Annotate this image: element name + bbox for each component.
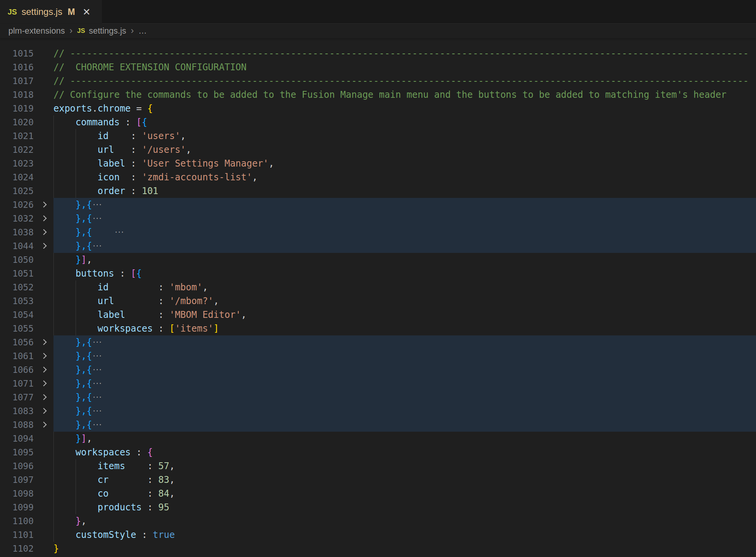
line-number: 1056 [0, 335, 34, 349]
fold-gutter [34, 500, 53, 514]
code-token: },{ [53, 378, 92, 389]
folded-ellipsis[interactable]: ··· [92, 380, 102, 387]
code-token: id [98, 282, 109, 293]
folded-ellipsis[interactable]: ··· [92, 242, 102, 250]
indent-guide [76, 473, 76, 487]
chevron-right-icon: › [131, 25, 134, 36]
fold-gutter [34, 308, 53, 322]
code-line: 1100 }, [0, 514, 756, 528]
code-token: ] [81, 433, 86, 444]
fold-gutter [34, 418, 53, 432]
code-line: 1094 }], [0, 432, 756, 445]
code-token: { [142, 117, 147, 128]
code-line: 1099 products : 95 [0, 500, 756, 514]
folded-ellipsis[interactable]: ··· [114, 228, 124, 236]
fold-chevron-icon[interactable] [40, 380, 47, 386]
indent-guide [76, 184, 76, 198]
folded-code-content: },{ ··· [53, 225, 756, 239]
fold-gutter [34, 267, 53, 280]
line-number: 1088 [0, 418, 34, 432]
tab-settings-js[interactable]: JS settings.js M ✕ [0, 0, 102, 24]
fold-chevron-icon[interactable] [40, 339, 47, 345]
fold-gutter [34, 115, 53, 129]
gutter: 1055 [0, 322, 53, 335]
fold-chevron-icon[interactable] [40, 201, 47, 207]
code-line: 1023 label : 'User Settings Manager', [0, 157, 756, 170]
breadcrumb-file[interactable]: settings.js [89, 26, 126, 36]
fold-chevron-icon[interactable] [40, 408, 47, 414]
code-token: 83 [158, 474, 170, 485]
line-number: 1051 [0, 267, 34, 280]
breadcrumb-symbol-ellipsis[interactable]: … [139, 26, 147, 36]
folded-code-content: },{··· [53, 335, 756, 349]
code-token [53, 268, 76, 279]
fold-gutter [34, 390, 53, 404]
code-token: ] [213, 323, 219, 334]
code-line: 1015// ---------------------------------… [0, 47, 756, 60]
code-line: 1055 workspaces : ['items'] [0, 322, 756, 335]
line-number: 1102 [0, 542, 34, 555]
code-token: // -------------------------------------… [53, 76, 749, 86]
code-line: 1044 },{··· [0, 239, 756, 253]
folded-ellipsis[interactable]: ··· [92, 421, 102, 429]
breadcrumb-folder[interactable]: plm-extensions [8, 26, 65, 36]
folded-ellipsis[interactable]: ··· [92, 201, 102, 209]
gutter: 1066 [0, 363, 53, 377]
breadcrumb: plm-extensions › JS settings.js › … [0, 24, 756, 38]
code-token: id [98, 131, 109, 141]
code-token: : [131, 447, 147, 458]
fold-chevron-icon[interactable] [40, 243, 47, 249]
code-token: co [98, 488, 109, 499]
close-icon[interactable]: ✕ [82, 7, 90, 17]
line-number: 1094 [0, 432, 34, 445]
fold-chevron-icon[interactable] [40, 353, 47, 359]
indent-guide [76, 143, 76, 157]
code-line: 1032 },{··· [0, 212, 756, 225]
code-token: 95 [158, 502, 170, 513]
code-line: 1095 workspaces : { [0, 445, 756, 459]
folded-code-content: },{··· [53, 239, 756, 253]
fold-chevron-icon[interactable] [40, 421, 47, 427]
git-modified-badge: M [68, 7, 75, 17]
code-line: 1053 url : '/mbom?', [0, 294, 756, 308]
code-editor[interactable]: 1015// ---------------------------------… [0, 38, 756, 555]
fold-gutter [34, 239, 53, 253]
code-token: 'items' [175, 323, 213, 334]
folded-ellipsis[interactable]: ··· [92, 338, 102, 346]
line-number: 1096 [0, 459, 34, 473]
code-token: workspaces [98, 323, 153, 334]
fold-chevron-icon[interactable] [40, 229, 47, 235]
line-number: 1071 [0, 377, 34, 390]
fold-gutter [34, 253, 53, 267]
code-token: products [98, 502, 142, 513]
code-content: // Configure the commands to be added to… [53, 88, 756, 102]
folded-ellipsis[interactable]: ··· [92, 366, 102, 374]
line-number: 1099 [0, 500, 34, 514]
code-token: { [147, 447, 153, 458]
code-content: commands : [{ [53, 115, 756, 129]
code-line: 1050 }], [0, 253, 756, 267]
line-number: 1053 [0, 294, 34, 308]
code-token: : [153, 323, 169, 334]
folded-ellipsis[interactable]: ··· [92, 352, 102, 360]
code-content: buttons : [{ [53, 267, 756, 280]
fold-chevron-icon[interactable] [40, 366, 47, 372]
code-lines: 1015// ---------------------------------… [0, 47, 756, 555]
indent-guide [76, 322, 76, 335]
gutter: 1023 [0, 157, 53, 170]
indent-guide [53, 280, 54, 294]
indent-guide [53, 473, 54, 487]
fold-chevron-icon[interactable] [40, 394, 47, 400]
folded-code-content: },{··· [53, 363, 756, 377]
folded-code-content: },{··· [53, 198, 756, 212]
folded-ellipsis[interactable]: ··· [92, 407, 102, 415]
folded-ellipsis[interactable]: ··· [92, 393, 102, 401]
fold-chevron-icon[interactable] [40, 215, 47, 221]
code-line: 1017// ---------------------------------… [0, 74, 756, 88]
code-token: },{ [53, 364, 92, 375]
folded-ellipsis[interactable]: ··· [92, 215, 102, 222]
code-token: buttons [76, 268, 114, 279]
js-file-icon: JS [8, 8, 17, 16]
line-number: 1032 [0, 212, 34, 225]
code-token: . [92, 103, 97, 114]
